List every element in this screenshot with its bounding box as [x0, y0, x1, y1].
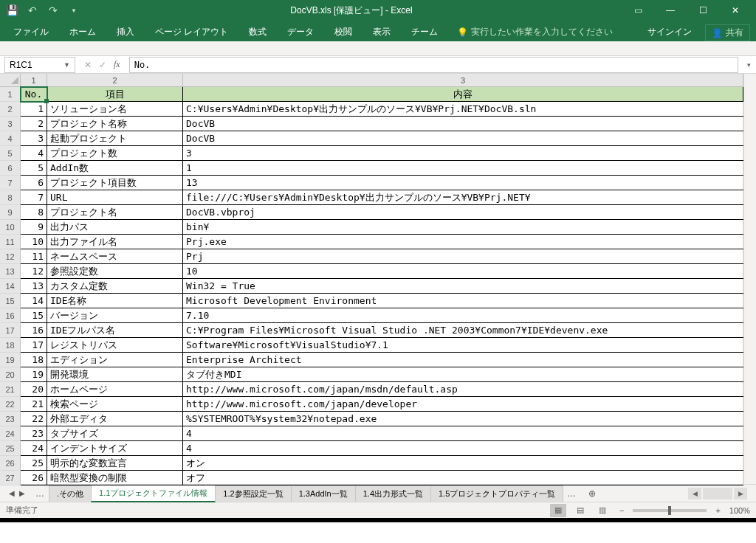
- share-button[interactable]: 👤 共有: [705, 24, 750, 41]
- tab-scroll-right[interactable]: …: [563, 488, 580, 499]
- cell-no[interactable]: 2: [21, 117, 47, 131]
- cell-no[interactable]: 3: [21, 131, 47, 145]
- row-header[interactable]: 8: [0, 190, 21, 205]
- fx-icon[interactable]: fx: [114, 59, 120, 70]
- cell-no[interactable]: 17: [21, 338, 47, 352]
- minimize-button[interactable]: —: [656, 1, 685, 19]
- row-header[interactable]: 1: [0, 87, 21, 102]
- row-header[interactable]: 4: [0, 131, 21, 146]
- tab-review[interactable]: 校閲: [327, 23, 360, 41]
- cancel-formula-icon[interactable]: ✕: [84, 60, 92, 70]
- sign-in-link[interactable]: サインイン: [640, 23, 699, 41]
- chevron-down-icon[interactable]: ▼: [63, 61, 70, 69]
- cell-no[interactable]: 14: [21, 294, 47, 308]
- cell-item[interactable]: ネームスペース: [47, 249, 183, 263]
- cell-item[interactable]: 検索ページ: [47, 397, 183, 411]
- zoom-slider[interactable]: [633, 509, 707, 512]
- row-header[interactable]: 3: [0, 117, 21, 131]
- cell-item[interactable]: タブサイズ: [47, 426, 183, 440]
- cell-value[interactable]: 3: [183, 146, 743, 160]
- cell-item[interactable]: 外部エディタ: [47, 412, 183, 426]
- cell-item[interactable]: エディション: [47, 353, 183, 367]
- cell-item[interactable]: IDEフルパス名: [47, 323, 183, 337]
- hscroll-left-icon[interactable]: ◀: [688, 488, 701, 499]
- cell-value[interactable]: Prj.exe: [183, 235, 743, 249]
- cell-item[interactable]: バージョン: [47, 308, 183, 322]
- cell-value[interactable]: Win32 = True: [183, 279, 743, 293]
- row-header[interactable]: 17: [0, 323, 21, 338]
- row-header[interactable]: 5: [0, 146, 21, 161]
- sheet-tab-other[interactable]: .その他: [49, 485, 92, 502]
- sheet-tab-active[interactable]: 1.1プロジェクトファイル情報: [91, 485, 216, 502]
- tab-pagelayout[interactable]: ページ レイアウト: [148, 23, 236, 41]
- row-header[interactable]: 21: [0, 382, 21, 397]
- cell-no[interactable]: 26: [21, 471, 47, 485]
- hscroll-right-icon[interactable]: ▶: [734, 488, 747, 499]
- table-header[interactable]: No.: [21, 87, 47, 101]
- row-header[interactable]: 7: [0, 176, 21, 190]
- cell-no[interactable]: 6: [21, 176, 47, 190]
- table-header[interactable]: 項目: [47, 87, 183, 101]
- accept-formula-icon[interactable]: ✓: [99, 60, 106, 70]
- cell-value[interactable]: 10: [183, 264, 743, 278]
- row-header[interactable]: 16: [0, 308, 21, 323]
- cell-no[interactable]: 19: [21, 367, 47, 381]
- cell-no[interactable]: 25: [21, 456, 47, 470]
- normal-view-icon[interactable]: ▦: [550, 504, 566, 517]
- cell-value[interactable]: %SYSTEMROOT%¥system32¥notepad.exe: [183, 412, 743, 426]
- row-header[interactable]: 22: [0, 397, 21, 412]
- cell-value[interactable]: オフ: [183, 471, 743, 485]
- row-header[interactable]: 2: [0, 102, 21, 117]
- formula-input[interactable]: No.: [129, 57, 738, 73]
- sheet-tab[interactable]: 1.5プロジェクトプロパティ一覧: [430, 485, 563, 502]
- col-header[interactable]: 2: [47, 74, 183, 87]
- cell-item[interactable]: プロジェクト名称: [47, 117, 183, 131]
- cell-item[interactable]: ソリューション名: [47, 102, 183, 116]
- cell-no[interactable]: 22: [21, 412, 47, 426]
- row-header[interactable]: 25: [0, 441, 21, 456]
- cell-no[interactable]: 15: [21, 308, 47, 322]
- cell-item[interactable]: プロジェクト項目数: [47, 176, 183, 190]
- zoom-out-button[interactable]: −: [616, 506, 627, 515]
- tab-team[interactable]: チーム: [404, 23, 445, 41]
- row-header[interactable]: 9: [0, 205, 21, 220]
- cell-value[interactable]: http://www.microsoft.com/japan/msdn/defa…: [183, 382, 743, 396]
- select-all-corner[interactable]: [0, 74, 21, 87]
- cell-no[interactable]: 1: [21, 102, 47, 116]
- save-icon[interactable]: 💾: [6, 4, 18, 16]
- cell-value[interactable]: 4: [183, 441, 743, 455]
- cell-value[interactable]: 7.10: [183, 308, 743, 322]
- cell-item[interactable]: 出力ファイル名: [47, 235, 183, 249]
- tab-insert[interactable]: 挿入: [109, 23, 142, 41]
- sheet-tab[interactable]: 1.4出力形式一覧: [355, 485, 431, 502]
- cell-no[interactable]: 7: [21, 190, 47, 204]
- cell-item[interactable]: ホームページ: [47, 382, 183, 396]
- row-header[interactable]: 23: [0, 412, 21, 426]
- undo-icon[interactable]: ↶: [27, 4, 38, 16]
- zoom-in-button[interactable]: +: [712, 506, 723, 515]
- tab-view[interactable]: 表示: [365, 23, 398, 41]
- cell-item[interactable]: カスタム定数: [47, 279, 183, 293]
- name-box[interactable]: R1C1 ▼: [4, 57, 75, 73]
- row-header[interactable]: 14: [0, 279, 21, 294]
- cell-value[interactable]: Prj: [183, 249, 743, 263]
- maximize-button[interactable]: ☐: [688, 1, 718, 19]
- cell-no[interactable]: 12: [21, 264, 47, 278]
- cell-no[interactable]: 10: [21, 235, 47, 249]
- cell-no[interactable]: 9: [21, 220, 47, 234]
- row-header[interactable]: 11: [0, 235, 21, 249]
- cell-value[interactable]: 1: [183, 161, 743, 175]
- vertical-scrollbar[interactable]: [743, 74, 756, 484]
- row-header[interactable]: 10: [0, 220, 21, 235]
- cell-value[interactable]: 4: [183, 426, 743, 440]
- close-button[interactable]: ✕: [721, 1, 750, 19]
- tab-home[interactable]: ホーム: [62, 23, 103, 41]
- cell-item[interactable]: 開発環境: [47, 367, 183, 381]
- cell-value[interactable]: タブ付きMDI: [183, 367, 743, 381]
- cell-item[interactable]: 起動プロジェクト: [47, 131, 183, 145]
- sheet-tab[interactable]: 1.3AddIn一覧: [291, 485, 356, 502]
- row-header[interactable]: 27: [0, 471, 21, 485]
- row-header[interactable]: 15: [0, 294, 21, 308]
- cell-value[interactable]: Microsoft Development Environment: [183, 294, 743, 308]
- cell-value[interactable]: DocVB: [183, 117, 743, 131]
